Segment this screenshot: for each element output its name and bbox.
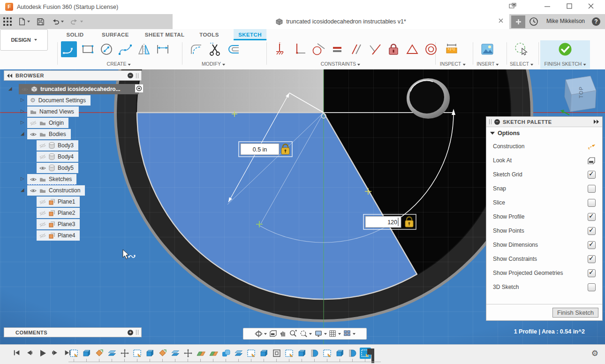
timeline-feature-plane-pair[interactable] bbox=[195, 348, 206, 359]
group-label-create[interactable]: CREATE bbox=[107, 61, 131, 67]
timeline-feature-combine[interactable] bbox=[220, 348, 232, 359]
angle-dimension-input[interactable]: 120 bbox=[363, 214, 416, 229]
user-account-button[interactable]: Mike Mikkelson bbox=[544, 18, 587, 24]
expand-panel-icon[interactable] bbox=[594, 120, 599, 124]
help-button[interactable]: ? bbox=[592, 17, 600, 26]
finish-sketch-tool-button[interactable] bbox=[557, 41, 573, 57]
chevron-down-icon[interactable] bbox=[324, 333, 327, 335]
eye-visible-icon[interactable] bbox=[30, 132, 37, 137]
eye-hidden-icon[interactable] bbox=[39, 143, 46, 148]
chevron-down-icon[interactable] bbox=[264, 333, 267, 335]
close-button[interactable] bbox=[588, 3, 602, 12]
timeline-feature-sketch[interactable] bbox=[246, 348, 257, 359]
eye-hidden-icon[interactable] bbox=[39, 233, 46, 238]
collapse-arrow-icon[interactable]: ◢ bbox=[21, 130, 24, 137]
eye-visible-icon[interactable] bbox=[30, 177, 37, 182]
group-label-modify[interactable]: MODIFY bbox=[202, 61, 225, 67]
timeline-feature-construction-plane[interactable] bbox=[157, 348, 168, 359]
trim-tool-button[interactable] bbox=[207, 41, 223, 57]
perpendicular-tool-button[interactable] bbox=[292, 41, 308, 57]
display-nav-button[interactable] bbox=[314, 330, 327, 338]
expand-arrow-icon[interactable]: ▷ bbox=[21, 108, 24, 114]
timeline-feature-plane-pair[interactable] bbox=[208, 348, 219, 359]
group-label-inspect[interactable]: INSPECT bbox=[440, 61, 466, 67]
browser-item-plane2[interactable]: Plane2 bbox=[37, 208, 80, 218]
browser-item-named-views[interactable]: Named Views bbox=[27, 106, 79, 117]
eye-hidden-icon[interactable] bbox=[39, 222, 46, 227]
timeline-feature-extrude[interactable] bbox=[334, 348, 346, 359]
tangent-tool-button[interactable] bbox=[310, 41, 326, 57]
eye-hidden-icon[interactable] bbox=[39, 199, 46, 205]
fit-nav-button[interactable] bbox=[300, 330, 312, 338]
timeline-feature-extrude[interactable] bbox=[81, 348, 92, 359]
workspace-selector[interactable]: DESIGN bbox=[0, 29, 48, 51]
timeline-feature-thin-extrude[interactable] bbox=[170, 348, 181, 359]
comments-bar[interactable]: COMMENTS + bbox=[4, 327, 142, 337]
panel-grip[interactable] bbox=[136, 330, 138, 335]
redo-button[interactable] bbox=[67, 14, 86, 29]
undo-button[interactable] bbox=[48, 14, 67, 29]
grid-display-nav-button[interactable] bbox=[329, 330, 341, 338]
show-dimensions-checkbox[interactable] bbox=[588, 241, 596, 249]
add-comment-icon[interactable]: + bbox=[128, 330, 133, 335]
window-mode-icon[interactable] bbox=[509, 3, 523, 12]
tab-close-icon[interactable] bbox=[498, 18, 505, 24]
browser-item-origin[interactable]: Origin bbox=[27, 118, 68, 128]
eye-hidden-icon[interactable] bbox=[39, 154, 46, 159]
measure-tool-button[interactable] bbox=[444, 41, 460, 57]
equal-tool-button[interactable] bbox=[329, 41, 345, 57]
save-button[interactable] bbox=[33, 14, 48, 29]
offset-tool-button[interactable] bbox=[226, 41, 242, 57]
dimension-tool-button[interactable] bbox=[155, 41, 171, 57]
midpoint-tool-button[interactable] bbox=[367, 41, 383, 57]
lock-tool-button[interactable] bbox=[386, 41, 401, 57]
browser-item-body5[interactable]: Body5 bbox=[37, 163, 78, 173]
image-tool-button[interactable] bbox=[479, 41, 495, 57]
concentric-tool-button[interactable] bbox=[423, 41, 439, 57]
3d-sketch-checkbox[interactable] bbox=[588, 283, 596, 291]
expand-arrow-icon[interactable]: ▷ bbox=[21, 175, 24, 182]
browser-item-plane4[interactable]: Plane4 bbox=[37, 230, 80, 241]
browser-item-bodies[interactable]: Bodies bbox=[27, 129, 71, 139]
viewports-nav-button[interactable] bbox=[343, 330, 355, 337]
eye-hidden-icon[interactable] bbox=[30, 121, 37, 126]
mirror-tool-button[interactable] bbox=[136, 41, 152, 57]
timeline-feature-extrude[interactable] bbox=[258, 348, 270, 359]
panel-grip[interactable] bbox=[489, 119, 492, 124]
tab-sheet-metal[interactable]: SHEET METAL bbox=[140, 29, 189, 40]
activate-component-radio[interactable] bbox=[135, 84, 143, 92]
browser-item-document-settings[interactable]: ⚙Document Settings bbox=[27, 95, 91, 106]
timeline-feature-offset-plane[interactable] bbox=[271, 348, 282, 359]
file-button[interactable] bbox=[15, 14, 33, 29]
timeline-feature-sketch[interactable] bbox=[68, 348, 80, 359]
spline-tool-button[interactable] bbox=[117, 41, 133, 57]
browser-item-construction[interactable]: Construction bbox=[27, 185, 85, 196]
timeline-feature-sketch[interactable] bbox=[284, 348, 295, 359]
torus-body[interactable] bbox=[407, 78, 450, 119]
show-constraints-checkbox[interactable] bbox=[588, 255, 596, 263]
browser-panel-header[interactable]: BROWSER − bbox=[4, 70, 142, 81]
circle-tool-button[interactable] bbox=[98, 41, 114, 57]
group-label-select[interactable]: SELECT bbox=[510, 61, 533, 67]
select-tool-button[interactable] bbox=[513, 41, 529, 57]
browser-item-truncated-icosidodecahedro[interactable]: truncated icosidodecahedro... bbox=[19, 84, 139, 94]
timeline-feature-construction-plane[interactable] bbox=[94, 348, 105, 359]
timeline-feature-sketch[interactable] bbox=[132, 348, 143, 359]
eye-visible-icon[interactable] bbox=[39, 166, 46, 171]
finish-sketch-footer-button[interactable]: Finish Sketch bbox=[552, 308, 598, 318]
options-section-header[interactable]: Options bbox=[486, 127, 602, 139]
rectangle-tool-button[interactable] bbox=[80, 41, 96, 57]
panel-options-icon[interactable]: − bbox=[494, 119, 500, 125]
timeline-feature-extrude[interactable] bbox=[144, 348, 156, 359]
tab-sketch[interactable]: SKETCH bbox=[234, 29, 266, 40]
snap-checkbox[interactable] bbox=[588, 185, 596, 193]
new-tab-button[interactable] bbox=[511, 15, 525, 28]
timeline-feature-thin-extrude[interactable] bbox=[106, 348, 118, 359]
document-tab[interactable]: truncated icosidodecahedron instructable… bbox=[173, 14, 509, 29]
collapse-panel-icon[interactable] bbox=[7, 74, 13, 78]
group-label-finish-sketch[interactable]: FINISH SKETCH bbox=[544, 61, 586, 67]
fillet-tool-button[interactable] bbox=[189, 41, 204, 57]
expand-arrow-icon[interactable]: ▷ bbox=[21, 97, 24, 103]
collapse-arrow-icon[interactable]: ◢ bbox=[21, 187, 24, 193]
timeline-settings-gear-icon[interactable]: ⚙ bbox=[591, 349, 598, 358]
